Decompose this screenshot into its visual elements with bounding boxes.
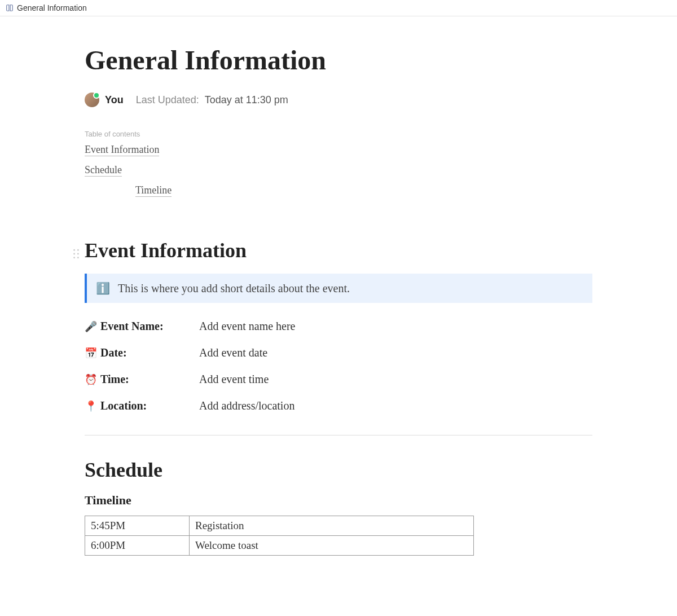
field-value[interactable]: Add event date <box>199 346 267 359</box>
heading-schedule[interactable]: Schedule <box>85 458 592 482</box>
field-time[interactable]: ⏰ Time: Add event time <box>85 373 592 386</box>
callout-text: This is where you add short details abou… <box>118 282 350 295</box>
book-icon <box>6 4 14 12</box>
pin-icon: 📍 <box>85 400 100 412</box>
page-meta: You Last Updated: Today at 11:30 pm <box>85 93 592 107</box>
clock-icon: ⏰ <box>85 373 100 386</box>
svg-point-0 <box>73 249 75 251</box>
field-label: Location: <box>100 399 199 412</box>
heading-event-information[interactable]: Event Information <box>85 239 592 262</box>
page-title[interactable]: General Information <box>85 45 592 76</box>
drag-handle-icon[interactable] <box>72 249 80 259</box>
author-name[interactable]: You <box>105 94 124 106</box>
field-value[interactable]: Add address/location <box>199 399 294 412</box>
microphone-icon: 🎤 <box>85 320 100 333</box>
page-body: General Information You Last Updated: To… <box>79 16 598 578</box>
breadcrumb-title[interactable]: General Information <box>17 3 87 12</box>
author-avatar[interactable] <box>85 93 99 107</box>
field-label: Event Name: <box>100 320 199 333</box>
cell-activity[interactable]: Welcome toast <box>190 536 474 556</box>
section-event-information: Event Information <box>85 239 592 262</box>
updated-time: Today at 11:30 pm <box>205 94 288 106</box>
svg-point-1 <box>77 249 79 251</box>
svg-point-2 <box>73 253 75 255</box>
field-label: Time: <box>100 373 199 386</box>
cell-activity[interactable]: Registation <box>190 516 474 536</box>
toc-link-timeline[interactable]: Timeline <box>135 184 172 197</box>
field-date[interactable]: 📅 Date: Add event date <box>85 346 592 359</box>
field-value[interactable]: Add event time <box>199 373 269 386</box>
field-location[interactable]: 📍 Location: Add address/location <box>85 399 592 412</box>
toc-link-schedule[interactable]: Schedule <box>85 164 122 177</box>
svg-point-4 <box>73 257 75 258</box>
heading-timeline[interactable]: Timeline <box>85 493 592 508</box>
toc-link-event-information[interactable]: Event Information <box>85 144 159 156</box>
calendar-icon: 📅 <box>85 347 100 359</box>
svg-point-5 <box>77 257 79 258</box>
field-value[interactable]: Add event name here <box>199 320 295 333</box>
section-divider <box>85 435 592 435</box>
field-event-name[interactable]: 🎤 Event Name: Add event name here <box>85 320 592 333</box>
field-label: Date: <box>100 346 199 359</box>
cell-time[interactable]: 5:45PM <box>85 516 190 536</box>
info-icon: ℹ️ <box>96 281 110 295</box>
info-callout[interactable]: ℹ️ This is where you add short details a… <box>85 274 592 303</box>
breadcrumb-bar: General Information <box>0 0 677 16</box>
updated-label: Last Updated: <box>136 94 199 106</box>
table-row[interactable]: 6:00PM Welcome toast <box>85 536 474 556</box>
schedule-table[interactable]: 5:45PM Registation 6:00PM Welcome toast <box>85 516 474 556</box>
toc-label: Table of contents <box>85 130 592 138</box>
table-row[interactable]: 5:45PM Registation <box>85 516 474 536</box>
toc: Table of contents Event Information Sche… <box>85 130 592 205</box>
cell-time[interactable]: 6:00PM <box>85 536 190 556</box>
svg-point-3 <box>77 253 79 255</box>
